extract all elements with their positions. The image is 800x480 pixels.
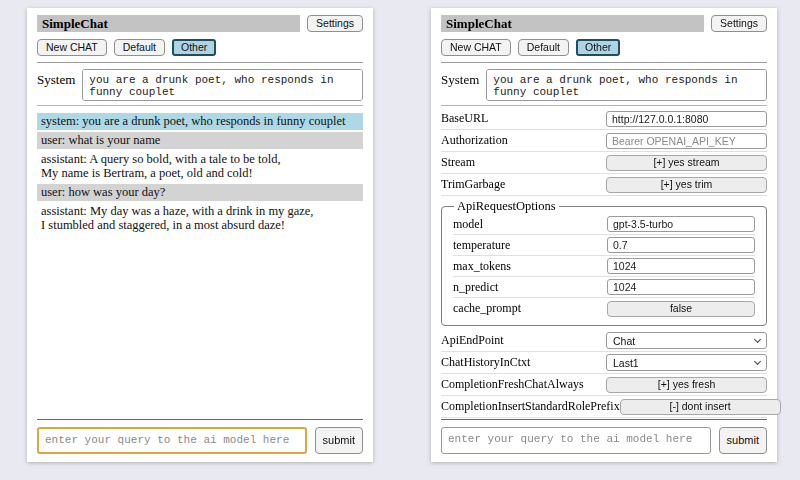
api-request-options-fieldset: ApiRequestOptions model temperature max_… bbox=[441, 199, 767, 326]
n-predict-input[interactable] bbox=[607, 279, 755, 295]
chat-message: user: what is your name bbox=[37, 132, 363, 149]
chat-history-in-ctxt-select[interactable]: Last1 bbox=[606, 354, 767, 371]
session-other-button[interactable]: Other bbox=[576, 39, 620, 56]
cache-prompt-toggle-button[interactable]: false bbox=[607, 301, 755, 317]
session-new-chat-button[interactable]: New CHAT bbox=[37, 39, 107, 56]
system-label: System bbox=[441, 69, 479, 101]
setting-label-n-predict: n_predict bbox=[453, 280, 607, 295]
query-row: submit bbox=[37, 427, 363, 454]
chat-message: system: you are a drunk poet, who respon… bbox=[37, 113, 363, 130]
baseurl-input[interactable] bbox=[606, 111, 767, 127]
chat-message: user: how was your day? bbox=[37, 184, 363, 201]
divider bbox=[37, 105, 363, 106]
setting-label-cache-prompt: cache_prompt bbox=[453, 301, 607, 316]
setting-row: BaseURL bbox=[441, 108, 767, 130]
divider bbox=[37, 419, 363, 420]
settings-panel: SimpleChat Settings New CHAT Default Oth… bbox=[431, 8, 777, 462]
setting-row: n_predict bbox=[453, 277, 755, 298]
settings-list: BaseURL Authorization Stream [+] yes str… bbox=[441, 108, 767, 418]
query-input[interactable] bbox=[441, 427, 711, 454]
chat-messages[interactable]: system: you are a drunk poet, who respon… bbox=[37, 113, 363, 419]
setting-label-authorization: Authorization bbox=[441, 133, 606, 148]
session-buttons: New CHAT Default Other bbox=[441, 39, 767, 56]
setting-label-chat-history-in-ctxt: ChatHistoryInCtxt bbox=[441, 355, 606, 370]
chevron-down-icon bbox=[754, 335, 761, 342]
setting-row: ApiEndPoint Chat bbox=[441, 330, 767, 352]
chat-message: assistant: A query so bold, with a tale … bbox=[37, 151, 363, 182]
session-default-button[interactable]: Default bbox=[114, 39, 165, 56]
max-tokens-input[interactable] bbox=[607, 258, 755, 274]
stream-toggle-button[interactable]: [+] yes stream bbox=[606, 155, 767, 171]
settings-button[interactable]: Settings bbox=[711, 15, 767, 32]
setting-row: TrimGarbage [+] yes trim bbox=[441, 174, 767, 196]
setting-label-baseurl: BaseURL bbox=[441, 111, 606, 126]
completion-fresh-chat-button[interactable]: [+] yes fresh bbox=[606, 377, 767, 393]
divider bbox=[441, 419, 767, 420]
setting-row: cache_prompt false bbox=[453, 298, 755, 319]
setting-row: CompletionInsertStandardRolePrefix [-] d… bbox=[441, 396, 767, 418]
system-prompt-input[interactable]: you are a drunk poet, who responds in fu… bbox=[486, 69, 767, 101]
session-new-chat-button[interactable]: New CHAT bbox=[441, 39, 511, 56]
chat-panel: SimpleChat Settings New CHAT Default Oth… bbox=[27, 8, 373, 462]
setting-label-completion-fresh-chat: CompletionFreshChatAlways bbox=[441, 377, 606, 392]
chat-history-value: Last1 bbox=[613, 357, 639, 369]
settings-button[interactable]: Settings bbox=[307, 15, 363, 32]
chevron-down-icon bbox=[754, 357, 761, 364]
chat-message: assistant: My day was a haze, with a dri… bbox=[37, 203, 363, 234]
setting-row: max_tokens bbox=[453, 256, 755, 277]
divider bbox=[441, 62, 767, 63]
setting-label-completion-insert-role-prefix: CompletionInsertStandardRolePrefix bbox=[441, 399, 620, 414]
app-title: SimpleChat bbox=[441, 15, 704, 32]
setting-label-api-endpoint: ApiEndPoint bbox=[441, 333, 606, 348]
trimgarbage-toggle-button[interactable]: [+] yes trim bbox=[606, 177, 767, 193]
model-input[interactable] bbox=[607, 216, 755, 232]
app-title: SimpleChat bbox=[37, 15, 300, 32]
setting-row: ChatHistoryInCtxt Last1 bbox=[441, 352, 767, 374]
submit-button[interactable]: submit bbox=[315, 427, 363, 454]
session-buttons: New CHAT Default Other bbox=[37, 39, 363, 56]
titlebar-row: SimpleChat Settings bbox=[37, 15, 363, 32]
setting-label-temperature: temperature bbox=[453, 238, 607, 253]
setting-label-model: model bbox=[453, 217, 607, 232]
authorization-input[interactable] bbox=[606, 133, 767, 149]
api-endpoint-select[interactable]: Chat bbox=[606, 332, 767, 349]
query-row: submit bbox=[441, 427, 767, 454]
divider bbox=[37, 62, 363, 63]
setting-row: temperature bbox=[453, 235, 755, 256]
setting-row: Authorization bbox=[441, 130, 767, 152]
setting-row: CompletionFreshChatAlways [+] yes fresh bbox=[441, 374, 767, 396]
api-endpoint-value: Chat bbox=[613, 335, 635, 347]
system-label: System bbox=[37, 69, 75, 101]
system-row: System you are a drunk poet, who respond… bbox=[441, 69, 767, 101]
setting-label-trimgarbage: TrimGarbage bbox=[441, 177, 606, 192]
system-row: System you are a drunk poet, who respond… bbox=[37, 69, 363, 101]
system-prompt-input[interactable]: you are a drunk poet, who responds in fu… bbox=[82, 69, 363, 101]
setting-row: model bbox=[453, 214, 755, 235]
page: SimpleChat Settings New CHAT Default Oth… bbox=[0, 0, 800, 462]
query-input[interactable] bbox=[37, 427, 307, 454]
session-other-button[interactable]: Other bbox=[172, 39, 216, 56]
divider bbox=[441, 105, 767, 106]
setting-label-max-tokens: max_tokens bbox=[453, 259, 607, 274]
titlebar-row: SimpleChat Settings bbox=[441, 15, 767, 32]
submit-button[interactable]: submit bbox=[719, 427, 767, 454]
fieldset-legend: ApiRequestOptions bbox=[454, 199, 559, 214]
setting-label-stream: Stream bbox=[441, 155, 606, 170]
completion-insert-role-prefix-button[interactable]: [-] dont insert bbox=[620, 399, 781, 415]
setting-row: Stream [+] yes stream bbox=[441, 152, 767, 174]
temperature-input[interactable] bbox=[607, 237, 755, 253]
session-default-button[interactable]: Default bbox=[518, 39, 569, 56]
